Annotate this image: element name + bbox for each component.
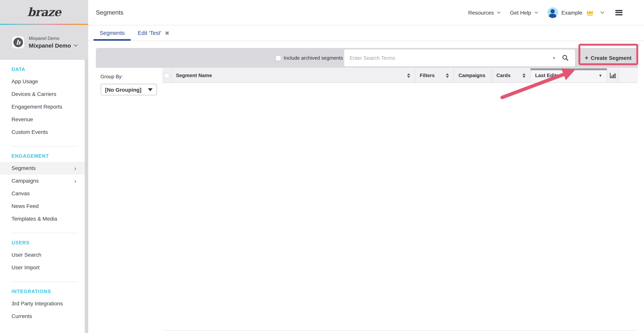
group-by-value: [No Grouping] — [105, 87, 148, 93]
chevron-down-icon — [74, 43, 78, 47]
sidebar-section-engagement: ENGAGEMENTSegments›Campaigns›CanvasNews … — [0, 147, 85, 229]
sidebar-item-app-usage[interactable]: App Usage — [0, 75, 85, 88]
table-header-checkbox-cell — [162, 68, 171, 83]
close-icon[interactable]: ✖ — [165, 30, 169, 36]
plus-icon: + — [585, 54, 588, 61]
sidebar-item-label: News Feed — [12, 200, 39, 213]
table-body — [162, 83, 638, 331]
segments-table: Segment NameFiltersCampaignsCardsLast Ed… — [162, 68, 638, 331]
segments-toolbar: Include archived segments ▾ + Create Seg… — [96, 48, 638, 68]
sidebar-item-currents[interactable]: Currents — [0, 310, 85, 323]
sidebar-menu: DATAApp UsageDevices & CarriersEngagemen… — [0, 60, 85, 333]
workspace-switcher[interactable]: b Mixpanel Demo Mixpanel Demo — [0, 25, 88, 60]
workspace-name: Mixpanel Demo — [29, 42, 77, 49]
tab-bar: SegmentsEdit 'Test'✖ — [88, 25, 644, 41]
get-help-label: Get Help — [510, 10, 531, 16]
resources-label: Resources — [468, 10, 494, 16]
search-icon[interactable] — [562, 55, 569, 61]
create-segment-label: Create Segment — [591, 55, 632, 61]
sidebar-section-integrations: INTEGRATIONS3rd Party IntegrationsCurren… — [0, 282, 85, 326]
account-menu[interactable]: Example — [547, 7, 604, 18]
page-title: Segments — [96, 9, 124, 16]
table-header-analytics-cell[interactable] — [607, 68, 619, 83]
logo-block: braze — [0, 0, 88, 24]
sidebar-section-heading: ENGAGEMENT — [12, 153, 85, 159]
sidebar-item-templates-media[interactable]: Templates & Media — [0, 213, 85, 225]
workspace-name-label: Mixpanel Demo — [29, 42, 71, 49]
tab-label: Edit 'Test' — [138, 30, 161, 36]
workspace-app-icon: b — [12, 37, 24, 48]
braze-dashboard: braze b Mixpanel Demo Mixpanel Demo DATA… — [0, 0, 644, 333]
table-header-row: Segment NameFiltersCampaignsCardsLast Ed… — [162, 68, 638, 83]
sidebar-scrollbar[interactable] — [85, 60, 88, 333]
sidebar-item-revenue[interactable]: Revenue — [0, 113, 85, 126]
sidebar-item-label: Devices & Carriers — [12, 88, 56, 101]
column-header-last-edited[interactable]: Last Edited▾ — [530, 68, 607, 83]
main-area: Segments Resources Get Help Example — [88, 0, 644, 333]
sort-icon[interactable] — [522, 73, 526, 78]
column-header-filters[interactable]: Filters — [415, 68, 454, 83]
group-by-select[interactable]: [No Grouping] — [100, 84, 157, 96]
search-input[interactable] — [344, 55, 553, 61]
column-header-segment-name[interactable]: Segment Name — [171, 68, 415, 83]
sidebar-section-heading: USERS — [12, 240, 85, 245]
sidebar-section-data: DATAApp UsageDevices & CarriersEngagemen… — [0, 60, 85, 142]
column-label: Cards — [496, 73, 510, 78]
bar-chart-icon — [609, 72, 616, 79]
sidebar-item-user-import[interactable]: User Import — [0, 261, 85, 274]
tab-label: Segments — [100, 30, 125, 36]
sidebar-item-label: User Import — [12, 261, 40, 274]
get-help-menu[interactable]: Get Help — [510, 10, 538, 16]
avatar — [547, 7, 558, 18]
caret-down-icon[interactable]: ▾ — [599, 73, 602, 78]
sidebar-item-label: App Usage — [12, 75, 38, 88]
sidebar-item-devices-carriers[interactable]: Devices & Carriers — [0, 88, 85, 101]
archived-checkbox-group: Include archived segments — [276, 55, 343, 61]
sidebar-item-news-feed[interactable]: News Feed — [0, 200, 85, 213]
sidebar-item-label: User Search — [12, 249, 42, 261]
include-archived-label: Include archived segments — [284, 55, 343, 61]
sidebar-section-heading: DATA — [12, 67, 85, 72]
chevron-right-icon: › — [74, 175, 76, 187]
caret-down-icon — [148, 88, 152, 91]
content: Include archived segments ▾ + Create Seg… — [88, 42, 644, 333]
sort-icon[interactable] — [446, 73, 449, 78]
sidebar-item-user-search[interactable]: User Search — [0, 249, 85, 261]
sidebar-item-label: Canvas — [12, 187, 30, 200]
workspace-text: Mixpanel Demo Mixpanel Demo — [29, 36, 77, 49]
header-right-nav: Resources Get Help Example — [468, 7, 622, 18]
sort-icon[interactable] — [407, 73, 410, 78]
column-label: Filters — [420, 73, 435, 78]
column-header-campaigns[interactable]: Campaigns — [454, 68, 492, 83]
chevron-down-icon — [600, 10, 604, 14]
sidebar-item-custom-events[interactable]: Custom Events — [0, 126, 85, 139]
tab-edit-test[interactable]: Edit 'Test'✖ — [132, 25, 176, 41]
sidebar-item-label: Segments — [12, 162, 36, 175]
sidebar-section-heading: INTEGRATIONS — [12, 289, 85, 294]
include-archived-checkbox[interactable] — [276, 55, 281, 61]
sidebar-item-label: Currents — [12, 310, 32, 323]
select-all-checkbox[interactable] — [164, 73, 169, 78]
caret-down-icon[interactable]: ▾ — [553, 56, 555, 61]
column-drag-strip — [530, 68, 607, 70]
column-header-cards[interactable]: Cards — [492, 68, 530, 83]
sidebar-item-campaigns[interactable]: Campaigns› — [0, 175, 85, 187]
braze-logo[interactable]: braze — [28, 5, 61, 19]
app-logo-icon: b — [14, 38, 23, 47]
sidebar-item-canvas[interactable]: Canvas — [0, 187, 85, 200]
sidebar-item-segments[interactable]: Segments› — [0, 162, 85, 175]
account-name: Example — [562, 10, 582, 16]
main-header: Segments Resources Get Help Example — [88, 0, 644, 25]
crown-icon — [586, 9, 594, 16]
create-segment-button[interactable]: + Create Segment — [580, 50, 636, 66]
resources-menu[interactable]: Resources — [468, 10, 500, 16]
sidebar-item-3rd-party-integrations[interactable]: 3rd Party Integrations — [0, 297, 85, 310]
tab-segments[interactable]: Segments — [94, 25, 131, 41]
hamburger-menu-icon[interactable] — [615, 10, 622, 15]
chevron-down-icon — [534, 10, 538, 14]
sidebar-item-label: Engagement Reports — [12, 101, 62, 113]
sidebar-item-engagement-reports[interactable]: Engagement Reports — [0, 101, 85, 113]
sidebar-item-label: Templates & Media — [12, 213, 57, 225]
chevron-down-icon — [497, 10, 500, 14]
sidebar-item-label: Custom Events — [12, 126, 48, 139]
